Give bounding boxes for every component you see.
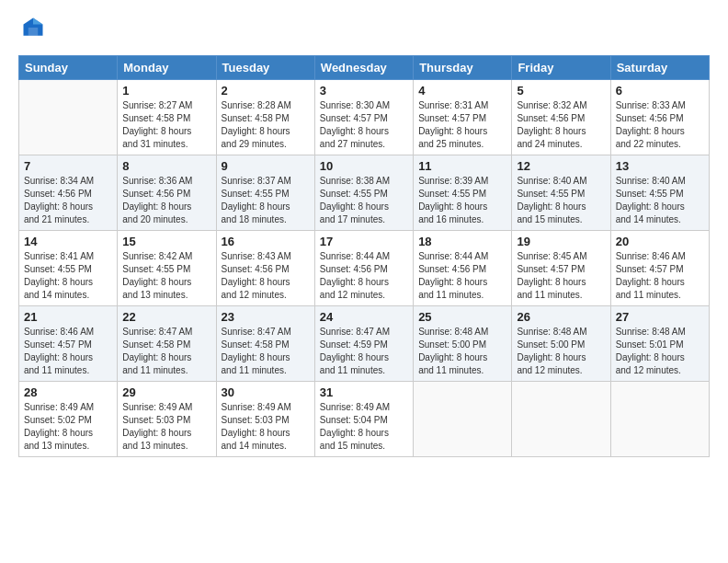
day-number: 21 [24, 310, 112, 324]
day-info: Sunrise: 8:36 AMSunset: 4:56 PMDaylight:… [122, 175, 210, 226]
day-number: 15 [122, 235, 210, 248]
day-info: Sunrise: 8:28 AMSunset: 4:58 PMDaylight:… [222, 99, 310, 151]
day-number: 2 [222, 84, 310, 98]
calendar-cell: 20Sunrise: 8:46 AMSunset: 4:57 PMDayligh… [610, 231, 709, 306]
calendar-cell: 6Sunrise: 8:33 AMSunset: 4:56 PMDaylight… [610, 80, 709, 155]
day-number: 3 [320, 84, 408, 98]
calendar-cell: 15Sunrise: 8:42 AMSunset: 4:55 PMDayligh… [118, 231, 216, 306]
calendar-cell: 12Sunrise: 8:40 AMSunset: 4:55 PMDayligh… [512, 155, 610, 231]
day-info: Sunrise: 8:37 AMSunset: 4:55 PMDaylight:… [222, 175, 310, 226]
calendar-cell: 24Sunrise: 8:47 AMSunset: 4:59 PMDayligh… [314, 306, 413, 382]
day-info: Sunrise: 8:44 AMSunset: 4:56 PMDaylight:… [320, 250, 408, 302]
weekday-header-monday: Monday [118, 56, 216, 80]
day-info: Sunrise: 8:49 AMSunset: 5:03 PMDaylight:… [222, 401, 310, 453]
calendar-cell: 29Sunrise: 8:49 AMSunset: 5:03 PMDayligh… [118, 382, 216, 457]
day-info: Sunrise: 8:49 AMSunset: 5:03 PMDaylight:… [122, 401, 210, 453]
day-number: 28 [24, 385, 112, 399]
calendar-week-row: 14Sunrise: 8:41 AMSunset: 4:55 PMDayligh… [19, 231, 710, 306]
calendar-cell: 23Sunrise: 8:47 AMSunset: 4:58 PMDayligh… [216, 306, 314, 382]
day-number: 20 [616, 235, 704, 248]
day-number: 29 [122, 385, 210, 399]
calendar-cell: 25Sunrise: 8:48 AMSunset: 5:00 PMDayligh… [414, 306, 512, 382]
day-number: 11 [418, 159, 506, 173]
day-number: 22 [122, 310, 210, 324]
day-info: Sunrise: 8:49 AMSunset: 5:04 PMDaylight:… [320, 401, 408, 453]
svg-rect-2 [28, 28, 39, 36]
calendar-cell [414, 382, 512, 457]
day-info: Sunrise: 8:48 AMSunset: 5:01 PMDaylight:… [616, 326, 704, 377]
day-info: Sunrise: 8:34 AMSunset: 4:56 PMDaylight:… [24, 175, 112, 226]
day-number: 25 [418, 310, 506, 324]
day-number: 27 [616, 310, 704, 324]
day-info: Sunrise: 8:42 AMSunset: 4:55 PMDaylight:… [122, 250, 210, 302]
weekday-header-sunday: Sunday [19, 56, 118, 80]
day-number: 9 [222, 159, 310, 173]
day-info: Sunrise: 8:31 AMSunset: 4:57 PMDaylight:… [418, 99, 506, 151]
calendar-week-row: 21Sunrise: 8:46 AMSunset: 4:57 PMDayligh… [19, 306, 710, 382]
calendar-cell: 17Sunrise: 8:44 AMSunset: 4:56 PMDayligh… [314, 231, 413, 306]
calendar-week-row: 1Sunrise: 8:27 AMSunset: 4:58 PMDaylight… [19, 80, 710, 155]
svg-marker-1 [33, 18, 43, 25]
day-info: Sunrise: 8:48 AMSunset: 5:00 PMDaylight:… [517, 326, 605, 377]
calendar-table: SundayMondayTuesdayWednesdayThursdayFrid… [18, 55, 710, 457]
calendar-cell: 16Sunrise: 8:43 AMSunset: 4:56 PMDayligh… [216, 231, 314, 306]
day-number: 19 [517, 235, 605, 248]
calendar-cell: 10Sunrise: 8:38 AMSunset: 4:55 PMDayligh… [314, 155, 413, 231]
day-number: 24 [320, 310, 408, 324]
day-info: Sunrise: 8:40 AMSunset: 4:55 PMDaylight:… [517, 175, 605, 226]
weekday-header-thursday: Thursday [414, 56, 512, 80]
calendar-cell: 7Sunrise: 8:34 AMSunset: 4:56 PMDaylight… [19, 155, 118, 231]
calendar-week-row: 7Sunrise: 8:34 AMSunset: 4:56 PMDaylight… [19, 155, 710, 231]
day-info: Sunrise: 8:32 AMSunset: 4:56 PMDaylight:… [517, 99, 605, 151]
calendar-cell: 5Sunrise: 8:32 AMSunset: 4:56 PMDaylight… [512, 80, 610, 155]
calendar-cell: 9Sunrise: 8:37 AMSunset: 4:55 PMDaylight… [216, 155, 314, 231]
calendar-cell: 3Sunrise: 8:30 AMSunset: 4:57 PMDaylight… [314, 80, 413, 155]
day-number: 23 [222, 310, 310, 324]
day-info: Sunrise: 8:30 AMSunset: 4:57 PMDaylight:… [320, 99, 408, 151]
calendar-cell: 19Sunrise: 8:45 AMSunset: 4:57 PMDayligh… [512, 231, 610, 306]
day-info: Sunrise: 8:39 AMSunset: 4:55 PMDaylight:… [418, 175, 506, 226]
weekday-header-row: SundayMondayTuesdayWednesdayThursdayFrid… [19, 56, 710, 80]
day-info: Sunrise: 8:47 AMSunset: 4:58 PMDaylight:… [122, 326, 210, 377]
calendar-cell: 18Sunrise: 8:44 AMSunset: 4:56 PMDayligh… [414, 231, 512, 306]
day-info: Sunrise: 8:47 AMSunset: 4:58 PMDaylight:… [222, 326, 310, 377]
calendar-cell: 21Sunrise: 8:46 AMSunset: 4:57 PMDayligh… [19, 306, 118, 382]
day-info: Sunrise: 8:47 AMSunset: 4:59 PMDaylight:… [320, 326, 408, 377]
day-number: 12 [517, 159, 605, 173]
calendar-cell: 26Sunrise: 8:48 AMSunset: 5:00 PMDayligh… [512, 306, 610, 382]
day-number: 1 [122, 84, 210, 98]
day-number: 26 [517, 310, 605, 324]
calendar-cell: 14Sunrise: 8:41 AMSunset: 4:55 PMDayligh… [19, 231, 118, 306]
calendar-cell: 4Sunrise: 8:31 AMSunset: 4:57 PMDaylight… [414, 80, 512, 155]
day-number: 5 [517, 84, 605, 98]
day-info: Sunrise: 8:46 AMSunset: 4:57 PMDaylight:… [24, 326, 112, 377]
day-number: 6 [616, 84, 704, 98]
weekday-header-saturday: Saturday [610, 56, 709, 80]
day-info: Sunrise: 8:40 AMSunset: 4:55 PMDaylight:… [616, 175, 704, 226]
day-number: 10 [320, 159, 408, 173]
day-info: Sunrise: 8:33 AMSunset: 4:56 PMDaylight:… [616, 99, 704, 151]
day-number: 18 [418, 235, 506, 248]
day-number: 4 [418, 84, 506, 98]
day-info: Sunrise: 8:38 AMSunset: 4:55 PMDaylight:… [320, 175, 408, 226]
day-number: 31 [320, 385, 408, 399]
day-info: Sunrise: 8:27 AMSunset: 4:58 PMDaylight:… [122, 99, 210, 151]
calendar-cell: 30Sunrise: 8:49 AMSunset: 5:03 PMDayligh… [216, 382, 314, 457]
calendar-header [18, 15, 710, 44]
day-info: Sunrise: 8:43 AMSunset: 4:56 PMDaylight:… [222, 250, 310, 302]
day-info: Sunrise: 8:45 AMSunset: 4:57 PMDaylight:… [517, 250, 605, 302]
day-info: Sunrise: 8:44 AMSunset: 4:56 PMDaylight:… [418, 250, 506, 302]
calendar-week-row: 28Sunrise: 8:49 AMSunset: 5:02 PMDayligh… [19, 382, 710, 457]
day-info: Sunrise: 8:48 AMSunset: 5:00 PMDaylight:… [418, 326, 506, 377]
calendar-cell: 31Sunrise: 8:49 AMSunset: 5:04 PMDayligh… [314, 382, 413, 457]
day-number: 8 [122, 159, 210, 173]
calendar-cell [19, 80, 118, 155]
calendar-cell: 8Sunrise: 8:36 AMSunset: 4:56 PMDaylight… [118, 155, 216, 231]
day-info: Sunrise: 8:46 AMSunset: 4:57 PMDaylight:… [616, 250, 704, 302]
calendar-cell: 1Sunrise: 8:27 AMSunset: 4:58 PMDaylight… [118, 80, 216, 155]
logo [18, 15, 46, 44]
day-number: 13 [616, 159, 704, 173]
day-number: 17 [320, 235, 408, 248]
day-info: Sunrise: 8:49 AMSunset: 5:02 PMDaylight:… [24, 401, 112, 453]
calendar-cell: 27Sunrise: 8:48 AMSunset: 5:01 PMDayligh… [610, 306, 709, 382]
